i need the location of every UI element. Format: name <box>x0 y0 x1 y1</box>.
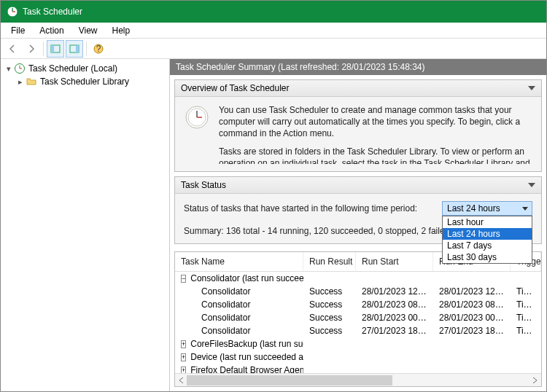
svg-text:?: ? <box>96 44 101 54</box>
overview-paragraph-1: You can use Task Scheduler to create and… <box>219 104 532 140</box>
back-button[interactable] <box>4 40 21 58</box>
show-hide-tree-button[interactable] <box>47 40 64 58</box>
cell-run-start: 28/01/2023 12:... <box>356 286 433 297</box>
table-group-row[interactable]: +CoreFilesBackup (last run succe... <box>175 337 541 350</box>
tree-root-node[interactable]: ▾ Task Scheduler (Local) <box>2 62 168 75</box>
scroll-right-icon[interactable] <box>529 375 540 385</box>
expand-group-icon[interactable]: + <box>181 366 186 374</box>
cell-run-start: 28/01/2023 00:... <box>356 312 433 324</box>
task-status-header[interactable]: Task Status <box>175 177 541 194</box>
menu-bar: File Action View Help <box>1 23 546 39</box>
option-last-7-days[interactable]: Last 7 days <box>443 240 532 251</box>
tree-pane: ▾ Task Scheduler (Local) ▸ Task Schedule… <box>1 59 170 391</box>
app-icon <box>7 6 18 17</box>
combo-value: Last 24 hours <box>447 203 500 213</box>
overview-text: You can use Task Scheduler to create and… <box>219 104 532 164</box>
cell-run-result: Success <box>303 312 356 324</box>
cell-triggered: Time sche <box>511 325 541 337</box>
group-label: CoreFilesBackup (last run succe... <box>190 339 303 349</box>
collapse-icon <box>528 86 535 90</box>
task-status-title: Task Status <box>181 180 226 190</box>
cell-triggered: Time sche <box>511 286 541 297</box>
cell-run-result: Success <box>303 325 356 337</box>
overview-section: Overview of Task Scheduler You can use T… <box>174 79 542 172</box>
tree-library-label: Task Scheduler Library <box>40 77 129 87</box>
horizontal-scrollbar[interactable] <box>175 373 541 386</box>
expand-group-icon[interactable]: + <box>181 340 186 348</box>
cell-run-start: 27/01/2023 18:... <box>356 325 433 337</box>
group-label: Firefox Default Browser Agent 3... <box>190 365 303 373</box>
group-label: Device (last run succeeded at 2... <box>190 352 303 362</box>
cell-triggered: Time sche <box>511 299 541 310</box>
option-last-30-days[interactable]: Last 30 days <box>443 251 532 263</box>
collapse-icon <box>528 183 535 187</box>
window-title: Task Scheduler <box>23 7 82 17</box>
table-row[interactable]: Consolidator Success 28/01/2023 00:... 2… <box>175 311 541 324</box>
task-table: Task Name Run Result Run Start Run End T… <box>174 251 542 387</box>
cell-run-result: Success <box>303 299 356 310</box>
overview-paragraph-2: Tasks are stored in folders in the Task … <box>219 146 532 164</box>
details-pane: Task Scheduler Summary (Last refreshed: … <box>170 59 546 391</box>
help-button[interactable]: ? <box>90 40 107 58</box>
svg-rect-6 <box>76 45 79 52</box>
table-row[interactable]: Consolidator Success 27/01/2023 18:... 2… <box>175 324 541 337</box>
cell-task-name: Consolidator <box>201 313 250 323</box>
overview-header[interactable]: Overview of Task Scheduler <box>175 80 541 97</box>
menu-file[interactable]: File <box>4 24 32 37</box>
col-run-result[interactable]: Run Result <box>303 252 356 271</box>
table-group-row[interactable]: +Device (last run succeeded at 2... <box>175 350 541 364</box>
svg-rect-4 <box>51 45 54 52</box>
table-row[interactable]: Consolidator Success 28/01/2023 12:... 2… <box>175 285 541 298</box>
cell-task-name: Consolidator <box>201 286 250 297</box>
tree-root-label: Task Scheduler (Local) <box>28 63 117 74</box>
expand-toggle-icon[interactable]: ▾ <box>4 64 14 74</box>
cell-run-end: 27/01/2023 18:... <box>433 325 511 337</box>
toolbar-separator <box>43 42 44 56</box>
table-row[interactable]: Consolidator Success 28/01/2023 08:... 2… <box>175 298 541 311</box>
folder-icon <box>26 76 37 87</box>
table-group-row[interactable]: −Consolidator (last run succeede... <box>175 272 541 285</box>
menu-help[interactable]: Help <box>105 24 138 37</box>
group-label: Consolidator (last run succeede... <box>190 273 303 283</box>
summary-header: Task Scheduler Summary (Last refreshed: … <box>170 59 546 75</box>
table-body: −Consolidator (last run succeede... Cons… <box>175 272 541 373</box>
option-last-hour[interactable]: Last hour <box>443 216 532 228</box>
clock-icon <box>14 63 26 74</box>
col-task-name[interactable]: Task Name <box>175 252 303 271</box>
period-label: Status of tasks that have started in the… <box>184 203 417 213</box>
menu-action[interactable]: Action <box>32 24 71 37</box>
col-run-start[interactable]: Run Start <box>356 252 433 271</box>
table-group-row[interactable]: +Firefox Default Browser Agent 3... <box>175 364 541 373</box>
tree-library-node[interactable]: ▸ Task Scheduler Library <box>2 75 168 88</box>
time-period-dropdown: Last hour Last 24 hours Last 7 days Last… <box>442 216 532 264</box>
toolbar-separator <box>86 42 87 56</box>
cell-run-result: Success <box>303 286 356 297</box>
task-status-section: Task Status Status of tasks that have st… <box>174 176 542 244</box>
cell-run-end: 28/01/2023 00:... <box>433 312 511 324</box>
cell-run-end: 28/01/2023 08:... <box>433 299 511 310</box>
expand-toggle-icon[interactable]: ▸ <box>15 77 26 87</box>
cell-run-end: 28/01/2023 12:... <box>433 286 511 297</box>
scroll-thumb[interactable] <box>187 375 392 385</box>
cell-task-name: Consolidator <box>201 326 250 336</box>
forward-button[interactable] <box>23 40 40 58</box>
menu-view[interactable]: View <box>71 24 105 37</box>
time-period-combo[interactable]: Last 24 hours <box>442 201 532 216</box>
clock-illustration-icon <box>184 104 210 164</box>
cell-run-start: 28/01/2023 08:... <box>356 299 433 310</box>
toolbar: ? <box>1 39 546 59</box>
chevron-down-icon <box>522 207 528 211</box>
cell-task-name: Consolidator <box>201 299 250 310</box>
scroll-track[interactable] <box>187 375 529 385</box>
expand-group-icon[interactable]: + <box>181 353 186 361</box>
cell-triggered: Time sche <box>511 312 541 324</box>
main-content: ▾ Task Scheduler (Local) ▸ Task Schedule… <box>1 59 546 391</box>
collapse-group-icon[interactable]: − <box>181 275 186 283</box>
title-bar: Task Scheduler <box>1 1 546 23</box>
scroll-left-icon[interactable] <box>176 375 187 385</box>
show-hide-action-button[interactable] <box>66 40 83 58</box>
overview-title: Overview of Task Scheduler <box>181 83 290 93</box>
option-last-24-hours[interactable]: Last 24 hours <box>443 228 532 240</box>
